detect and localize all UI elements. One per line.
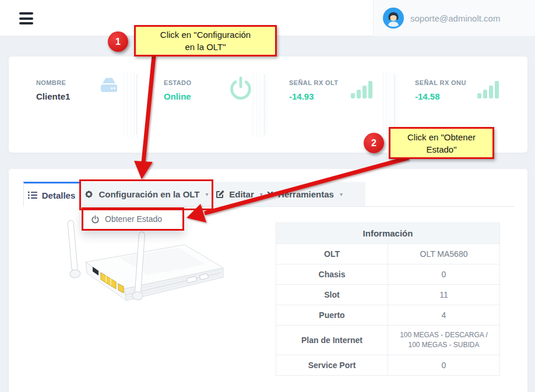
stat-nombre: NOMBRE Cliente1: [36, 79, 70, 101]
stat-rx-olt: SEÑAL RX OLT -14.93: [289, 79, 338, 101]
row-olt-value: OLT MA5680: [388, 244, 500, 264]
tab-editar-label: Editar: [229, 189, 254, 199]
onu-device-image: [50, 217, 224, 329]
hamburger-menu-icon[interactable]: [19, 12, 33, 24]
table-row: Chasis 0: [276, 264, 500, 285]
step-2-text-line1: Click en "Obtener: [407, 131, 476, 143]
server-icon: [98, 76, 120, 94]
user-email: soporte@adminolt.com: [410, 13, 500, 23]
stat-rx-olt-label: SEÑAL RX OLT: [289, 79, 338, 86]
tab-configuracion-olt[interactable]: Configuración en la OLT ▾: [81, 182, 212, 207]
step-1-number: 1: [115, 37, 121, 47]
table-row: OLT OLT MA5680: [276, 244, 500, 264]
stat-nombre-value: Cliente1: [36, 91, 70, 101]
row-chasis-value: 0: [388, 264, 500, 285]
tab-herramientas[interactable]: Herramientas ▾: [267, 182, 343, 207]
row-chasis-label: Chasis: [276, 264, 388, 285]
stat-rx-olt-value: -14.93: [289, 91, 338, 101]
row-plan-value: 100 MEGAS - DESCARGA / 100 MEGAS - SUBID…: [388, 326, 500, 355]
power-icon: [91, 215, 100, 224]
step-1-badge: 1: [108, 31, 128, 52]
informacion-table-title: Información: [276, 223, 500, 244]
stat-estado-value: Online: [164, 91, 191, 101]
stat-rx-onu: SEÑAL RX ONU -14.58: [415, 79, 466, 101]
row-plan-label: Plan de Internet: [276, 326, 388, 355]
signal-bars-icon: [477, 79, 500, 98]
stat-rx-onu-value: -14.58: [415, 91, 466, 101]
step-1-text-line2: en la OLT": [185, 41, 226, 53]
tab-configuracion-label: Configuración en la OLT: [98, 189, 199, 199]
step-2-number: 2: [371, 138, 376, 149]
stat-divider: [265, 75, 265, 135]
chevron-down-icon: ▾: [206, 191, 209, 197]
row-puerto-label: Puerto: [276, 305, 388, 326]
row-serviceport-label: Service Port: [276, 355, 388, 376]
step-2-badge: 2: [364, 133, 384, 153]
table-row: Plan de Internet 100 MEGAS - DESCARGA / …: [276, 326, 500, 355]
stat-divider: [395, 75, 395, 135]
stat-estado: ESTADO Online: [164, 79, 191, 101]
menu-item-obtener-estado-label: Obtener Estado: [105, 214, 162, 224]
pencil-square-icon: [215, 190, 224, 199]
app-window: soporte@adminolt.com NOMBRE Cliente1 EST…: [0, 0, 535, 392]
table-row: Puerto 4: [276, 305, 500, 326]
row-slot-label: Slot: [276, 285, 388, 305]
tab-herramientas-label: Herramientas: [278, 189, 334, 199]
wrench-icon: [267, 190, 273, 199]
list-icon: [28, 191, 37, 199]
power-icon: [228, 75, 253, 101]
stat-rx-onu-label: SEÑAL RX ONU: [415, 79, 466, 86]
row-slot-value: 11: [388, 285, 500, 305]
stat-estado-label: ESTADO: [164, 79, 191, 86]
decorative-bars: [252, 73, 268, 137]
stat-divider: [136, 75, 137, 135]
step-1-text-line1: Click en "Configuración: [160, 29, 251, 41]
informacion-table: Información OLT OLT MA5680 Chasis 0 Slot…: [276, 223, 500, 376]
table-row: Service Port 0: [276, 355, 500, 376]
row-olt-label: OLT: [276, 244, 388, 264]
chevron-down-icon: ▾: [340, 191, 343, 197]
user-account-menu[interactable]: soporte@adminolt.com: [373, 0, 535, 36]
tab-detalles-label: Detalles: [42, 190, 76, 200]
menu-item-obtener-estado[interactable]: Obtener Estado: [82, 207, 184, 231]
step-1-callout: Click en "Configuración en la OLT": [134, 25, 277, 56]
stat-nombre-label: NOMBRE: [36, 79, 70, 86]
step-2-text-line2: Estado": [426, 143, 456, 156]
signal-bars-icon: [350, 79, 374, 98]
tab-detalles[interactable]: Detalles: [23, 182, 80, 207]
avatar: [383, 8, 404, 29]
gear-icon: [84, 189, 94, 199]
row-serviceport-value: 0: [388, 355, 500, 376]
table-row: Slot 11: [276, 285, 500, 305]
step-2-callout: Click en "Obtener Estado": [389, 127, 494, 159]
tab-editar[interactable]: Editar ▾: [213, 182, 265, 207]
chevron-down-icon: ▾: [260, 191, 263, 197]
row-puerto-value: 4: [388, 305, 500, 326]
